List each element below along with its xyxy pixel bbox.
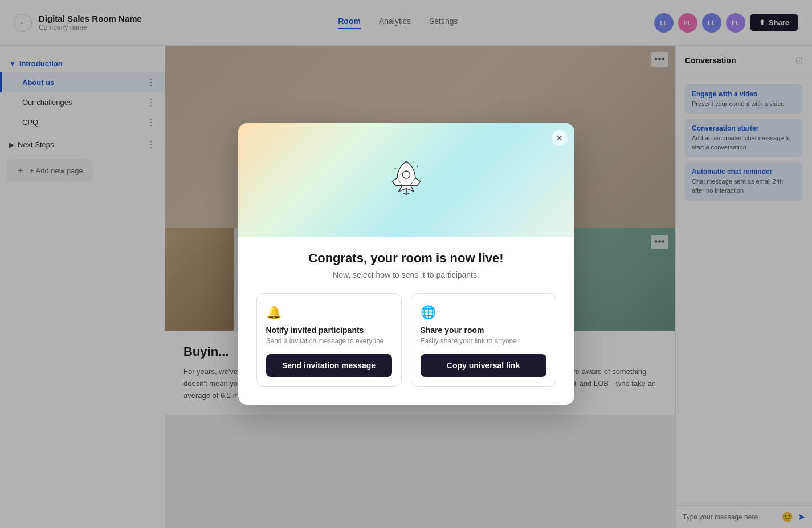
send-invitation-button[interactable]: Send invitation message	[266, 354, 392, 377]
modal-close-button[interactable]: ✕	[552, 130, 568, 146]
svg-text:✦: ✦	[412, 160, 414, 163]
modal-body: Congrats, your room is now live! Now, se…	[238, 237, 574, 405]
globe-icon: 🌐	[421, 305, 546, 320]
option-desc: Send a invitation message to everyone	[266, 337, 392, 345]
svg-point-0	[402, 171, 410, 178]
option-desc: Easily share your link to anyone	[421, 337, 546, 345]
modal-options: 🔔 Notify invited participants Send a inv…	[256, 293, 556, 387]
modal-option-share: 🌐 Share your room Easily share your link…	[411, 293, 556, 387]
rocket-illustration: ✦ ✦ ✦ · ·	[383, 157, 429, 203]
svg-text:·: ·	[397, 163, 398, 165]
bell-icon: 🔔	[266, 305, 392, 320]
option-title: Share your room	[421, 326, 546, 335]
modal-subtitle: Now, select how to send it to participan…	[256, 270, 556, 279]
modal-overlay: ✦ ✦ ✦ · · ✕ Congrats, your room is now l…	[0, 0, 812, 528]
modal-title: Congrats, your room is now live!	[256, 251, 556, 266]
svg-text:·: ·	[419, 172, 420, 174]
svg-text:✦: ✦	[394, 167, 397, 170]
svg-text:✦: ✦	[416, 165, 419, 168]
modal-header: ✦ ✦ ✦ · · ✕	[238, 123, 574, 237]
copy-link-button[interactable]: Copy universal link	[421, 354, 546, 377]
modal-option-notify: 🔔 Notify invited participants Send a inv…	[256, 293, 402, 387]
app-container: ← Digital Sales Room Name Company name R…	[0, 0, 812, 528]
option-title: Notify invited participants	[266, 326, 392, 335]
congrats-modal: ✦ ✦ ✦ · · ✕ Congrats, your room is now l…	[238, 123, 574, 405]
